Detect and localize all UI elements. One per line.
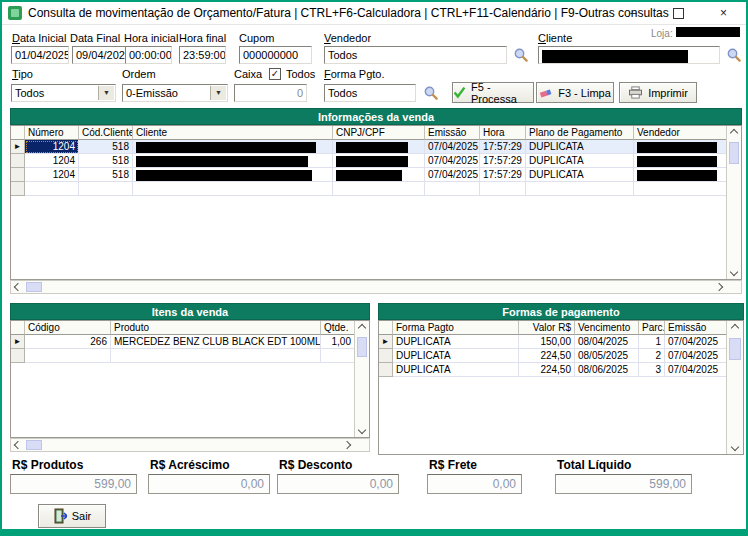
cell-emissao[interactable]: 07/04/2025 (425, 154, 480, 168)
scroll-down-icon[interactable] (727, 265, 741, 279)
maximize-button[interactable] (656, 2, 701, 24)
scroll-up-icon[interactable] (355, 321, 369, 335)
cell-vendedor[interactable] (634, 140, 727, 154)
cell-parc[interactable]: 2 (639, 349, 665, 363)
row-selector[interactable] (379, 349, 393, 363)
scroll-thumb[interactable] (729, 338, 741, 360)
cell-parc[interactable]: 1 (639, 335, 665, 349)
row-selector[interactable] (11, 154, 25, 168)
cliente-field[interactable] (538, 46, 720, 64)
limpa-button[interactable]: F3 - Limpa (536, 82, 614, 103)
cell-numero[interactable]: 1204 (25, 168, 79, 182)
row-selector[interactable] (11, 168, 25, 182)
scroll-thumb[interactable] (26, 440, 42, 450)
cell-cod-cliente[interactable]: 518 (79, 140, 133, 154)
cell-vencimento[interactable]: 08/06/2025 (575, 363, 639, 377)
cell-hora[interactable]: 17:57:29 (480, 154, 526, 168)
itens-horizontal-scrollbar[interactable] (10, 438, 370, 452)
row-cursor-icon[interactable] (11, 140, 25, 154)
cell-forma[interactable]: DUPLICATA (393, 335, 519, 349)
scroll-left-icon[interactable] (11, 280, 25, 294)
forma-pgto-search-icon[interactable] (423, 85, 439, 101)
table-row[interactable]: DUPLICATA 224,50 08/06/2025 3 07/04/2025 (379, 363, 743, 377)
table-row[interactable]: 1204 518 07/04/2025 17:57:29 DUPLICATA (11, 168, 741, 182)
cell-cnpj[interactable] (333, 154, 425, 168)
scroll-right-icon[interactable] (712, 280, 726, 294)
cell-valor[interactable]: 224,50 (519, 349, 575, 363)
cell-emissao[interactable]: 07/04/2025 (665, 363, 727, 377)
cell-emissao[interactable]: 07/04/2025 (425, 140, 480, 154)
cell-emissao[interactable]: 07/04/2025 (665, 335, 727, 349)
cell-cliente[interactable] (133, 140, 333, 154)
cell-codigo[interactable]: 266 (25, 335, 111, 349)
sair-button[interactable]: Sair (38, 504, 106, 528)
table-row[interactable]: DUPLICATA 224,50 08/05/2025 2 07/04/2025 (379, 349, 743, 363)
cell-cnpj[interactable] (333, 140, 425, 154)
cell-cnpj[interactable] (333, 168, 425, 182)
processa-button[interactable]: F5 - Processa (452, 82, 534, 103)
table-row[interactable]: DUPLICATA 150,00 08/04/2025 1 07/04/2025 (379, 335, 743, 349)
table-row[interactable]: 266 MERCEDEZ BENZ CLUB BLACK EDT 100ML 1… (11, 335, 369, 349)
cell-cod-cliente[interactable]: 518 (79, 168, 133, 182)
cell-cliente[interactable] (133, 154, 333, 168)
vendas-vertical-scrollbar[interactable] (726, 126, 741, 279)
vendas-horizontal-scrollbar[interactable] (10, 280, 742, 294)
cell-vencimento[interactable]: 08/04/2025 (575, 335, 639, 349)
data-final-field[interactable]: 09/04/2025 (72, 46, 130, 64)
itens-vertical-scrollbar[interactable] (354, 321, 369, 437)
cell-numero[interactable]: 1204 (25, 154, 79, 168)
pagamentos-vertical-scrollbar[interactable] (726, 321, 743, 454)
scroll-thumb[interactable] (729, 142, 739, 164)
caixa-todos-checkbox[interactable] (269, 68, 281, 80)
cell-plano[interactable]: DUPLICATA (526, 168, 634, 182)
forma-pgto-field[interactable]: Todos (324, 84, 416, 102)
close-button[interactable]: × (701, 2, 746, 24)
cell-vendedor[interactable] (634, 168, 727, 182)
cell-numero[interactable]: 1204 (25, 140, 79, 154)
cell-forma[interactable]: DUPLICATA (393, 349, 519, 363)
cell-emissao[interactable]: 07/04/2025 (425, 168, 480, 182)
cell-valor[interactable]: 224,50 (519, 363, 575, 377)
hora-final-field[interactable]: 23:59:00 (179, 46, 226, 64)
cell-plano[interactable]: DUPLICATA (526, 154, 634, 168)
cupom-field[interactable]: 000000000 (239, 46, 312, 64)
cell-qtde[interactable]: 1,00 (321, 335, 355, 349)
scroll-left-icon[interactable] (11, 438, 25, 452)
scroll-thumb[interactable] (357, 337, 367, 357)
minimize-button[interactable]: – (611, 2, 656, 24)
data-inicial-field[interactable]: 01/04/2025 (11, 46, 69, 64)
cell-hora[interactable]: 17:57:29 (480, 140, 526, 154)
tipo-select[interactable]: Todos (11, 84, 116, 102)
vendedor-search-icon[interactable] (513, 47, 529, 63)
tipo-dropdown-arrow-icon[interactable] (98, 86, 114, 100)
cliente-search-icon[interactable] (726, 47, 742, 63)
cell-cod-cliente[interactable]: 518 (79, 154, 133, 168)
row-selector[interactable] (379, 363, 393, 377)
hora-inicial-field[interactable]: 00:00:00 (125, 46, 172, 64)
cell-emissao[interactable]: 07/04/2025 (665, 349, 727, 363)
cell-vencimento[interactable]: 08/05/2025 (575, 349, 639, 363)
row-cursor-icon[interactable] (379, 335, 393, 349)
scroll-down-icon[interactable] (355, 423, 369, 437)
cell-forma[interactable]: DUPLICATA (393, 363, 519, 377)
scroll-up-icon[interactable] (727, 126, 741, 140)
scroll-right-icon[interactable] (340, 438, 354, 452)
caixa-field[interactable]: 0 (234, 84, 307, 102)
table-row[interactable]: 1204 518 07/04/2025 17:57:29 DUPLICATA (11, 140, 741, 154)
ordem-dropdown-arrow-icon[interactable] (210, 86, 226, 100)
imprimir-button[interactable]: Imprimir (619, 82, 697, 103)
cell-parc[interactable]: 3 (639, 363, 665, 377)
cell-cliente[interactable] (133, 168, 333, 182)
scroll-thumb[interactable] (26, 282, 42, 292)
scroll-up-icon[interactable] (728, 321, 742, 335)
cell-plano[interactable]: DUPLICATA (526, 140, 634, 154)
cell-vendedor[interactable] (634, 154, 727, 168)
cell-produto[interactable]: MERCEDEZ BENZ CLUB BLACK EDT 100ML (111, 335, 321, 349)
row-cursor-icon[interactable] (11, 335, 25, 349)
scroll-down-icon[interactable] (728, 440, 742, 454)
cell-valor[interactable]: 150,00 (519, 335, 575, 349)
ordem-select[interactable]: 0-Emissão (122, 84, 228, 102)
cell-hora[interactable]: 17:57:29 (480, 168, 526, 182)
table-row[interactable]: 1204 518 07/04/2025 17:57:29 DUPLICATA (11, 154, 741, 168)
vendedor-field[interactable]: Todos (324, 46, 507, 64)
